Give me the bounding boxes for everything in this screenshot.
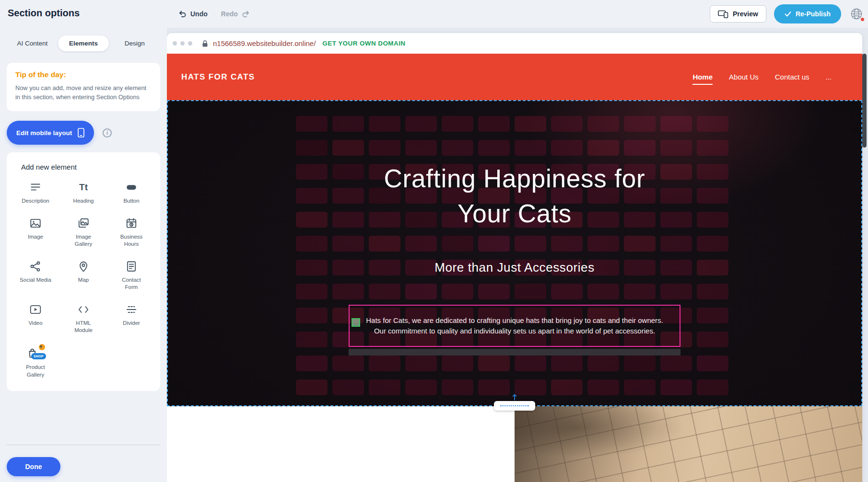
- undo-label: Undo: [190, 10, 208, 18]
- element-label: Divider: [123, 320, 140, 327]
- hero-tile: [405, 356, 437, 371]
- element-item-image-gallery[interactable]: Image Gallery: [59, 217, 107, 248]
- hero-tile: [296, 356, 328, 371]
- nav-item-home[interactable]: Home: [692, 73, 713, 81]
- element-item-social-media[interactable]: Social Media: [12, 260, 59, 291]
- upgrade-arrow-badge: [39, 344, 45, 350]
- business-hours-icon: [125, 217, 138, 230]
- undo-button[interactable]: Undo: [178, 10, 208, 18]
- hero-tile: [442, 236, 473, 252]
- edit-mobile-layout-button[interactable]: Edit mobile layout: [7, 121, 94, 145]
- video-icon: [29, 303, 42, 316]
- tab-ai-content[interactable]: AI Content: [7, 35, 58, 51]
- lock-icon: [202, 40, 208, 47]
- hero-tile: [551, 356, 583, 371]
- floor-photo: [515, 406, 862, 482]
- site-header: HATS FOR CATS Home About Us Contact us .…: [167, 54, 862, 100]
- tab-elements[interactable]: Elements: [58, 35, 109, 51]
- element-item-business-hours[interactable]: Business Hours: [107, 217, 155, 248]
- republish-button[interactable]: Re-Publish: [774, 4, 841, 23]
- hero-tile: [624, 379, 656, 395]
- element-label: Social Media: [20, 276, 51, 284]
- scrollbar-thumb[interactable]: [862, 54, 867, 148]
- hero-title[interactable]: Crafting Happiness for Your Cats: [168, 161, 861, 231]
- edit-mobile-row: Edit mobile layout i: [7, 121, 160, 145]
- hero-tile: [660, 116, 692, 132]
- hero-tile: [369, 284, 400, 299]
- hero-section[interactable]: Crafting Happiness for Your Cats More th…: [167, 100, 862, 406]
- done-button[interactable]: Done: [7, 457, 60, 476]
- tab-design[interactable]: Design: [109, 35, 160, 51]
- image-gallery-icon: [77, 217, 90, 230]
- hero-tile: [551, 140, 583, 156]
- element-item-image[interactable]: Image: [12, 217, 59, 248]
- divider-icon: [125, 303, 138, 316]
- phone-icon: [78, 128, 84, 138]
- hero-tile: [296, 236, 328, 252]
- nav-item-more[interactable]: ...: [825, 73, 832, 81]
- selection-handle[interactable]: [352, 318, 360, 327]
- hero-tile: [369, 356, 400, 371]
- browser-frame: n1566589.websitebuilder.online/ GET YOUR…: [167, 33, 862, 482]
- hero-tile: [405, 284, 437, 299]
- add-element-card: Add new element Description Tt Heading B…: [7, 152, 160, 391]
- hero-tile: [442, 140, 473, 156]
- history-controls: Undo Redo: [178, 0, 250, 28]
- nav-item-contact[interactable]: Contact us: [775, 73, 809, 81]
- element-item-description[interactable]: Description: [12, 181, 59, 205]
- hero-tile: [478, 140, 510, 156]
- hero-paragraph[interactable]: Hats for Cats, we are dedicated to craft…: [366, 315, 663, 336]
- preview-label: Preview: [733, 10, 758, 18]
- element-label: Image Gallery: [75, 233, 92, 248]
- element-label: Image: [28, 233, 43, 241]
- preview-button[interactable]: Preview: [710, 5, 766, 23]
- next-section[interactable]: [167, 406, 862, 482]
- element-label: Description: [22, 197, 49, 205]
- hero-tile: [478, 379, 510, 395]
- hero-tile: [296, 308, 328, 323]
- hero-tile: [624, 356, 656, 371]
- hero-tile: [551, 379, 583, 395]
- element-item-heading[interactable]: Tt Heading: [59, 181, 107, 205]
- hero-tile: [660, 284, 692, 299]
- element-item-html-module[interactable]: HTML Module: [59, 303, 107, 334]
- hero-tile: [551, 116, 583, 132]
- hero-tile: [332, 356, 364, 371]
- language-globe-button[interactable]: [849, 6, 864, 22]
- tip-title: Tip of the day:: [15, 70, 152, 79]
- heading-icon: Tt: [79, 181, 88, 194]
- url-text[interactable]: n1566589.websitebuilder.online/: [213, 39, 316, 47]
- hero-tile: [442, 116, 473, 132]
- get-domain-link[interactable]: GET YOUR OWN DOMAIN: [322, 40, 405, 47]
- element-item-button[interactable]: Button: [107, 181, 155, 205]
- hero-tile: [624, 284, 656, 299]
- hero-subtitle[interactable]: More than Just Accessories: [168, 260, 861, 275]
- info-icon[interactable]: i: [103, 128, 112, 138]
- hero-tile: [697, 284, 728, 299]
- hero-tile: [515, 356, 546, 371]
- element-item-contact-form[interactable]: Contact Form: [107, 260, 155, 291]
- hero-tile: [697, 236, 728, 252]
- hero-tile: [515, 284, 546, 299]
- element-item-divider[interactable]: Divider: [107, 303, 155, 334]
- element-shadow-bar: [349, 349, 680, 356]
- site-logo[interactable]: HATS FOR CATS: [181, 72, 255, 82]
- product-gallery-icon: SHOP: [27, 346, 44, 360]
- element-item-product-gallery[interactable]: SHOP Product Gallery: [12, 346, 59, 379]
- element-item-map[interactable]: Map: [59, 260, 107, 291]
- hero-tile: [587, 236, 619, 252]
- hero-tile: [587, 356, 619, 371]
- section-resize-handle[interactable]: [494, 401, 535, 411]
- hero-tile: [697, 116, 728, 132]
- hero-tile: [332, 140, 364, 156]
- window-dot: [188, 41, 192, 46]
- element-item-video[interactable]: Video: [12, 303, 59, 334]
- redo-button[interactable]: Redo: [221, 10, 250, 18]
- element-label: Business Hours: [120, 233, 143, 248]
- hero-tile: [515, 379, 546, 395]
- html-module-icon: [77, 303, 90, 316]
- browser-chrome: n1566589.websitebuilder.online/ GET YOUR…: [167, 33, 862, 54]
- selected-text-box[interactable]: Hats for Cats, we are dedicated to craft…: [349, 305, 680, 347]
- nav-item-about[interactable]: About Us: [729, 73, 759, 81]
- hero-tile: [697, 332, 728, 347]
